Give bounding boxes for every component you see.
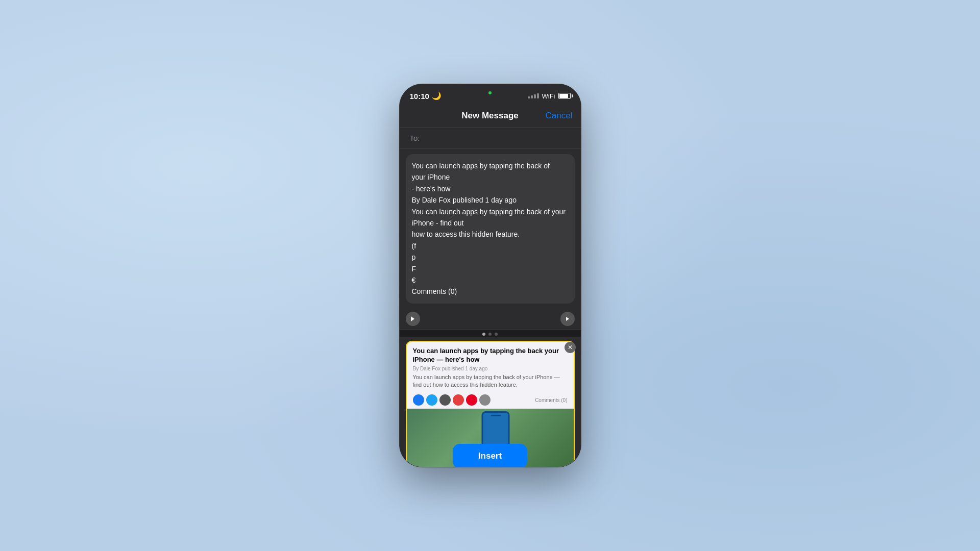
twitter-share-icon[interactable] <box>426 394 437 406</box>
page-indicator <box>400 330 581 337</box>
share-icons-row: Comments (0) <box>407 391 574 409</box>
preview-card-title: You can launch apps by tapping the back … <box>413 347 568 364</box>
signal-bar-2 <box>531 95 533 98</box>
reddit-share-icon[interactable] <box>453 394 464 406</box>
preview-card-header: You can launch apps by tapping the back … <box>407 342 574 391</box>
battery-fill <box>559 94 568 98</box>
page-dot-2 <box>488 333 492 336</box>
send-button[interactable] <box>560 312 575 326</box>
to-input[interactable] <box>424 134 571 142</box>
message-bubble[interactable]: You can launch apps by tapping the back … <box>406 154 575 304</box>
chevron-right-icon <box>411 316 414 321</box>
message-share-icon[interactable] <box>439 394 451 406</box>
nav-title: New Message <box>461 111 519 121</box>
phone-frame: 10:10 🌙 WiFi New Message Cancel To: <box>400 84 581 467</box>
signal-icon <box>528 93 539 98</box>
message-area: You can launch apps by tapping the back … <box>400 149 581 329</box>
more-share-icon[interactable] <box>479 394 491 406</box>
wifi-icon: WiFi <box>542 92 555 100</box>
close-preview-button[interactable]: ✕ <box>565 342 575 353</box>
time-display: 10:10 <box>410 92 429 101</box>
status-bar: 10:10 🌙 WiFi <box>400 84 581 105</box>
green-indicator <box>488 91 492 94</box>
page-dot-3 <box>495 333 498 336</box>
nav-bar: New Message Cancel <box>400 105 581 128</box>
page-dot-1 <box>482 333 485 336</box>
insert-button[interactable]: Insert <box>453 444 527 467</box>
signal-bar-3 <box>534 94 536 98</box>
pinterest-share-icon[interactable] <box>466 394 477 406</box>
facebook-share-icon[interactable] <box>413 394 424 406</box>
moon-icon: 🌙 <box>432 91 442 101</box>
expand-button[interactable] <box>406 312 420 326</box>
preview-section: ✕ You can launch apps by tapping the bac… <box>400 337 581 467</box>
cancel-button[interactable]: Cancel <box>546 111 573 121</box>
status-right: WiFi <box>528 92 571 100</box>
status-time: 10:10 🌙 <box>410 91 442 101</box>
battery-icon <box>558 93 571 99</box>
message-toolbar <box>400 309 581 329</box>
signal-bar-4 <box>537 93 539 98</box>
comments-label: Comments (0) <box>535 397 567 403</box>
to-field-container: To: <box>400 128 581 149</box>
to-label: To: <box>410 134 420 142</box>
preview-card-desc: You can launch apps by tapping the back … <box>413 373 568 388</box>
signal-bar-1 <box>528 96 530 98</box>
preview-card-meta: By Dale Fox published 1 day ago <box>413 366 568 371</box>
send-icon <box>566 317 569 321</box>
message-text: You can launch apps by tapping the back … <box>412 160 569 297</box>
